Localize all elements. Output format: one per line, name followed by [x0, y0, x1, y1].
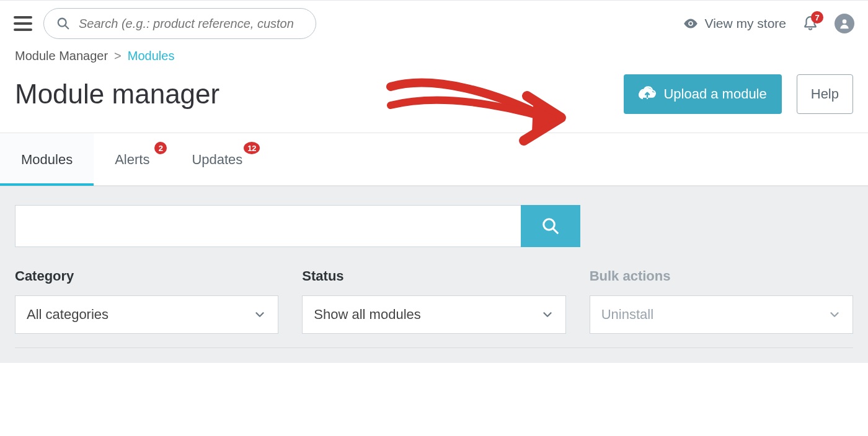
tabs: Modules Alerts 2 Updates 12 [0, 133, 868, 186]
cloud-upload-icon [639, 85, 656, 103]
module-search-button[interactable] [521, 205, 580, 247]
filter-bulk-actions: Bulk actions Uninstall [590, 268, 853, 334]
menu-icon[interactable] [14, 16, 32, 31]
upload-module-label: Upload a module [663, 86, 766, 102]
breadcrumb-separator: > [114, 49, 122, 63]
tab-label: Modules [21, 152, 73, 167]
status-label: Status [302, 268, 565, 284]
bulk-value: Uninstall [601, 307, 653, 323]
filter-category: Category All categories [15, 268, 278, 334]
svg-line-7 [553, 229, 558, 233]
search-icon [56, 17, 70, 30]
chevron-down-icon [828, 308, 841, 321]
breadcrumb-current: Modules [128, 49, 175, 63]
category-select[interactable]: All categories [15, 295, 278, 334]
chevron-down-icon [541, 308, 554, 321]
upload-module-button[interactable]: Upload a module [624, 74, 781, 114]
status-select[interactable]: Show all modules [302, 295, 565, 334]
help-label: Help [811, 86, 839, 102]
category-label: Category [15, 268, 278, 284]
breadcrumb: Module Manager > Modules [15, 49, 853, 63]
topbar: View my store 7 [0, 0, 868, 46]
search-icon [541, 217, 560, 235]
page-header: Module Manager > Modules Module manager … [0, 46, 868, 133]
tab-badge: 2 [154, 142, 167, 154]
breadcrumb-parent[interactable]: Module Manager [15, 49, 108, 63]
chevron-down-icon [253, 308, 267, 321]
tab-modules[interactable]: Modules [0, 133, 94, 185]
tab-updates[interactable]: Updates 12 [170, 133, 264, 185]
title-row: Module manager Upload a module Help [15, 74, 853, 133]
module-search-input[interactable] [15, 205, 521, 247]
bulk-label: Bulk actions [590, 268, 853, 284]
status-value: Show all modules [314, 307, 420, 323]
filter-panel: Category All categories Status Show all … [0, 186, 868, 363]
eye-icon [683, 15, 699, 32]
help-button[interactable]: Help [797, 74, 853, 114]
notifications-badge: 7 [811, 11, 823, 24]
filter-status: Status Show all modules [302, 268, 565, 334]
global-search[interactable] [43, 8, 316, 39]
view-store-link[interactable]: View my store [683, 15, 787, 32]
svg-point-3 [689, 22, 691, 25]
category-value: All categories [27, 307, 108, 323]
filters-row: Category All categories Status Show all … [15, 268, 853, 334]
tab-badge: 12 [244, 142, 260, 154]
tab-alerts[interactable]: Alerts 2 [94, 133, 170, 185]
tab-label: Updates [192, 152, 242, 167]
global-search-input[interactable] [79, 17, 303, 31]
module-search-row [15, 205, 580, 247]
divider [15, 347, 853, 348]
page-title: Module manager [15, 79, 219, 110]
view-store-label: View my store [705, 16, 787, 31]
notifications-button[interactable]: 7 [802, 15, 818, 32]
bulk-select[interactable]: Uninstall [590, 295, 853, 334]
page-actions: Upload a module Help [624, 74, 853, 114]
svg-line-1 [65, 25, 69, 29]
svg-point-4 [843, 19, 847, 24]
topbar-right: View my store 7 [683, 14, 855, 33]
tab-label: Alerts [115, 152, 149, 167]
user-avatar[interactable] [835, 14, 854, 33]
person-icon [838, 17, 851, 30]
